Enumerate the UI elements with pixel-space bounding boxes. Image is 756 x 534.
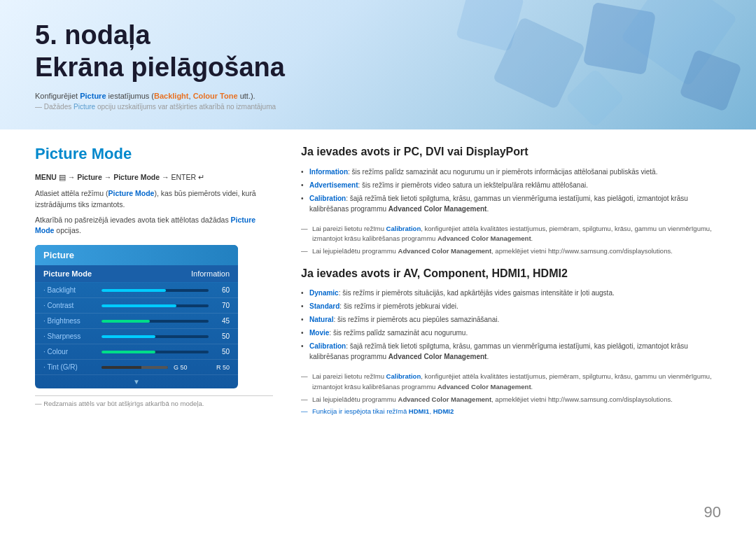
picture-mode-label: Picture Mode [43,269,92,278]
slider-fill-3 [102,335,155,338]
bullet-natural: Natural: šis režīms ir piemērots acu pie… [301,314,721,325]
sliders-container: · Backlight 60 · Contrast 70 · Brightnes… [35,283,238,360]
section2-title: Ja ievades avots ir AV, Component, HDMI1… [301,267,721,281]
subnote2-1: Lai pareizi lietotu režīmu Calibration, … [301,372,721,392]
desc2: Atkarībā no pašreizējā ievades avota tie… [35,215,273,237]
right-column: Ja ievades avots ir PC, DVI vai DisplayP… [301,145,721,415]
tint-center [128,366,141,369]
tint-right-value: R 50 [216,364,230,371]
footnote-text: ― Redzamais attēls var būt atšķirīgs atk… [35,400,273,407]
slider-row-1: · Contrast 70 [35,298,238,314]
chapter-line1: 5. nodaļa [35,20,721,52]
subtitle-colour-tone: Colour Tone [193,92,238,100]
note-hdmi: Funkcija ir iespējota tikai režīmā HDMI1… [301,407,721,415]
section1-title: Ja ievades avots ir PC, DVI vai DisplayP… [301,145,721,160]
slider-label-3: · Sharpness [43,332,96,340]
footnote-area: ― Redzamais attēls var būt atšķirīgs atk… [35,395,273,407]
bullet-dynamic: Dynamic: šis režīms ir piemērots situāci… [301,288,721,298]
bullet-calibration2: Calibration: šajā režīmā tiek lietoti sp… [301,341,721,362]
tint-fill-left [102,366,128,369]
header-subtitle: Konfigurējiet Picture iestatījumus (Back… [35,92,721,100]
slider-label-4: · Colour [43,348,96,356]
tint-values: G 50 R 50 [174,364,230,371]
bullet-movie: Movie: šis režīms palīdz samazināt acu n… [301,328,721,338]
desc1: Atlasiet attēla režīmu (Picture Mode), k… [35,188,273,211]
chapter-title: 5. nodaļa Ekrāna pielāgošana [35,20,721,83]
slider-label-0: · Backlight [43,286,96,294]
slider-track-1 [102,304,209,307]
arrow-down: ▼ [35,375,238,388]
section1-bullets: Information: šis režīms palīdz samazināt… [301,167,721,214]
header-section: 5. nodaļa Ekrāna pielāgošana Konfigurēji… [0,0,756,129]
tint-row: · Tint (G/R) G 50 R 50 [35,360,238,375]
chapter-line2: Ekrāna pielāgošana [35,52,721,84]
slider-value-2: 45 [214,317,230,325]
slider-value-3: 50 [214,332,230,340]
slider-track-4 [102,351,209,353]
picture-mode-title: Picture Mode [35,145,273,163]
header-note: ― Dažādes Picture opciju uzskaitījums va… [35,103,721,111]
slider-value-1: 70 [214,302,230,309]
slider-track-3 [102,335,209,338]
bullet-advertisement: Advertisement: šis režīms ir piemērots v… [301,180,721,190]
picture-ui-mockup: Picture Picture Mode Information · Backl… [35,245,238,388]
bullet-information: Information: šis režīms palīdz samazināt… [301,167,721,177]
slider-value-4: 50 [214,348,230,356]
page-number: 90 [704,503,721,521]
subnote2-2: Lai lejupielādētu programmu Advanced Col… [301,395,721,405]
tint-fill-right [141,366,168,369]
picture-mode-value: Information [191,269,230,278]
subnote1-1: Lai pareizi lietotu režīmu Calibration, … [301,224,721,244]
slider-row-0: · Backlight 60 [35,283,238,298]
slider-value-0: 60 [214,286,230,294]
slider-row-3: · Sharpness 50 [35,329,238,344]
bullet-standard: Standard: šis režīms ir piemērots jebkur… [301,301,721,311]
slider-label-1: · Contrast [43,302,96,309]
slider-row-4: · Colour 50 [35,344,238,360]
tint-track [102,366,168,369]
tint-label: · Tint (G/R) [43,363,96,371]
subtitle-picture: Picture [80,92,106,100]
picture-ui-title: Picture [35,245,238,265]
subtitle-backlight: Backlight [154,92,189,100]
main-content: Picture Mode MENU ▤ → Picture → Picture … [0,129,756,429]
slider-label-2: · Brightness [43,317,96,325]
subnote1-2: Lai lejupielādētu programmu Advanced Col… [301,246,721,256]
slider-fill-1 [102,304,176,307]
tint-left-value: G 50 [174,364,188,371]
slider-fill-0 [102,289,166,292]
menu-path: MENU ▤ → Picture → Picture Mode → ENTER … [35,173,273,181]
section2-bullets: Dynamic: šis režīms ir piemērots situāci… [301,288,721,362]
slider-fill-4 [102,351,155,353]
slider-row-2: · Brightness 45 [35,314,238,329]
slider-track-2 [102,320,209,323]
header-content: 5. nodaļa Ekrāna pielāgošana Konfigurēji… [0,0,756,125]
left-column: Picture Mode MENU ▤ → Picture → Picture … [35,145,273,415]
picture-mode-row: Picture Mode Information [35,265,238,283]
slider-fill-2 [102,320,150,323]
bullet-calibration1: Calibration: šajā režīmā tiek lietoti sp… [301,193,721,214]
note-picture: Picture [74,103,95,111]
slider-track-0 [102,289,209,292]
